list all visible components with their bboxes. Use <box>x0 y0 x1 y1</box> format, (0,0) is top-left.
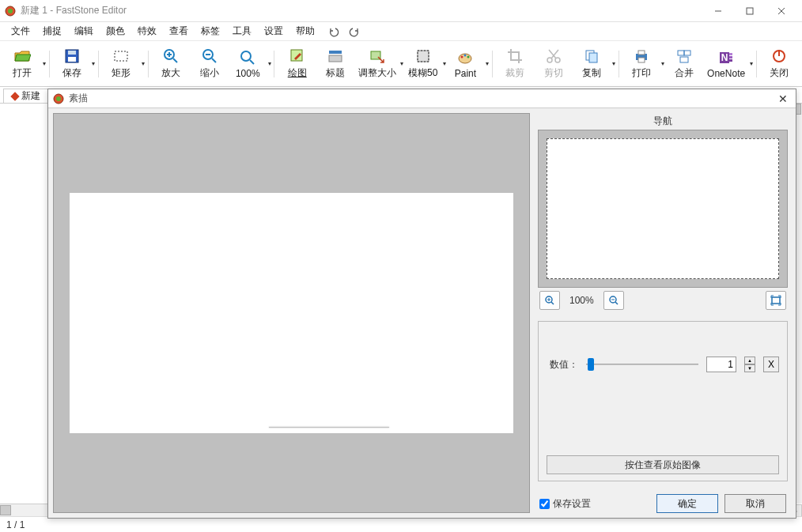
navigator-viewport[interactable] <box>547 138 779 279</box>
dialog-titlebar: 素描 ✕ <box>48 89 796 108</box>
toolbar-rect-select[interactable]: 矩形 <box>102 43 141 85</box>
nav-zoom-label: 100% <box>566 295 597 306</box>
svg-rect-43 <box>729 53 732 55</box>
toolbar-close[interactable]: 关闭 <box>760 43 799 85</box>
nav-zoom-in-button[interactable] <box>539 291 560 310</box>
toolbar-draw[interactable]: 绘图 <box>278 43 316 85</box>
menu-file[interactable]: 文件 <box>6 23 35 40</box>
window-minimize-button[interactable] <box>702 3 734 19</box>
sketch-dialog: 素描 ✕ 导航 100% <box>47 89 796 519</box>
cancel-button[interactable]: 取消 <box>724 494 786 513</box>
navigator-frame <box>538 130 788 288</box>
toolbar-resize[interactable]: 调整大小 <box>355 43 400 85</box>
preview-content <box>269 427 388 428</box>
page-indicator: 1 / 1 <box>6 519 25 530</box>
toolbar-zoom-out[interactable]: 缩小 <box>190 43 229 85</box>
document-tab-label: 新建 <box>21 89 40 103</box>
svg-rect-44 <box>729 56 732 58</box>
value-label: 数值： <box>547 358 578 372</box>
zoom-in-icon <box>162 47 180 65</box>
dialog-close-button[interactable]: ✕ <box>775 91 791 107</box>
svg-point-28 <box>467 55 470 58</box>
value-reset-button[interactable]: X <box>763 357 779 372</box>
menu-bar: 文件 捕捉 编辑 颜色 特效 查看 标签 工具 设置 帮助 <box>0 22 802 41</box>
toolbar-zoom-in[interactable]: 放大 <box>151 43 190 85</box>
save-settings-input[interactable] <box>539 499 550 509</box>
save-settings-checkbox[interactable]: 保存设置 <box>539 497 650 511</box>
resize-icon <box>369 47 386 65</box>
main-toolbar: 打开 ▾ 保存 ▾ 矩形 ▾ 放大 缩小 100% ▾ 绘图 标题 调整大小 ▾… <box>0 41 802 87</box>
toolbar-print[interactable]: 打印 <box>622 43 660 85</box>
svg-rect-21 <box>329 55 342 62</box>
save-settings-label: 保存设置 <box>553 497 591 511</box>
menu-color[interactable]: 颜色 <box>101 23 130 40</box>
menu-capture[interactable]: 捕捉 <box>38 23 66 40</box>
settings-group: 数值： ▲▼ X 按住查看原始图像 <box>538 321 788 481</box>
palette-icon <box>456 49 474 66</box>
svg-rect-8 <box>68 57 76 62</box>
preview-canvas[interactable] <box>70 193 513 433</box>
window-close-button[interactable] <box>766 3 797 19</box>
save-icon <box>63 47 81 65</box>
redo-icon[interactable] <box>348 25 361 38</box>
toolbar-zoom-100[interactable]: 100% <box>229 43 267 85</box>
hold-original-button[interactable]: 按住查看原始图像 <box>547 455 779 474</box>
window-title: 新建 1 - FastStone Editor <box>21 4 702 17</box>
toolbar-merge[interactable]: 合并 <box>664 43 703 85</box>
menu-edit[interactable]: 编辑 <box>70 23 98 40</box>
status-bar: 1 / 1 <box>0 516 802 532</box>
svg-rect-40 <box>680 57 688 62</box>
svg-line-55 <box>615 302 618 304</box>
toolbar-copy[interactable]: 复制 <box>573 43 611 85</box>
svg-rect-36 <box>638 51 645 55</box>
toolbar-save[interactable]: 保存 <box>52 43 91 85</box>
svg-line-15 <box>212 58 216 62</box>
nav-fit-button[interactable] <box>766 291 786 310</box>
toolbar-paint[interactable]: Paint <box>446 43 485 85</box>
menu-view[interactable]: 查看 <box>165 23 193 40</box>
value-input[interactable] <box>706 357 736 372</box>
toolbar-onenote[interactable]: N OneNote <box>703 43 749 85</box>
dialog-title: 素描 <box>69 92 88 105</box>
toolbar-crop[interactable]: 裁剪 <box>496 43 535 85</box>
window-maximize-button[interactable] <box>734 3 766 19</box>
window-titlebar: 新建 1 - FastStone Editor <box>0 0 802 22</box>
menu-tools[interactable]: 工具 <box>228 23 256 40</box>
svg-text:N: N <box>721 52 728 63</box>
ok-button[interactable]: 确定 <box>656 494 718 513</box>
svg-rect-38 <box>678 51 684 55</box>
printer-icon <box>633 47 650 65</box>
draw-icon <box>289 47 306 65</box>
app-icon <box>53 93 64 104</box>
menu-tags[interactable]: 标签 <box>196 23 225 40</box>
svg-rect-39 <box>684 51 690 55</box>
menu-help[interactable]: 帮助 <box>291 23 320 40</box>
svg-point-17 <box>241 51 251 61</box>
svg-point-49 <box>56 96 61 101</box>
title-icon <box>327 47 344 65</box>
zoom-100-icon <box>239 49 256 66</box>
svg-point-1 <box>8 9 13 13</box>
spinner-up[interactable]: ▲ <box>744 357 755 364</box>
document-tab[interactable]: 新建 <box>3 89 49 103</box>
nav-zoom-out-button[interactable] <box>603 291 624 310</box>
svg-rect-20 <box>329 51 342 54</box>
toolbar-cut[interactable]: 剪切 <box>534 43 573 85</box>
menu-settings[interactable]: 设置 <box>259 23 288 40</box>
svg-line-11 <box>173 58 177 62</box>
selection-icon <box>112 47 130 65</box>
spinner-down[interactable]: ▼ <box>744 364 755 372</box>
menu-effects[interactable]: 特效 <box>133 23 161 40</box>
toolbar-open[interactable]: 打开 <box>3 43 42 85</box>
crop-icon <box>506 47 524 65</box>
toolbar-title[interactable]: 标题 <box>316 43 355 85</box>
value-spinner[interactable]: ▲▼ <box>744 357 755 372</box>
slider-thumb[interactable] <box>588 358 594 371</box>
toolbar-blur[interactable]: 模糊50 <box>403 43 442 85</box>
value-slider[interactable] <box>586 357 698 372</box>
undo-icon[interactable] <box>327 25 340 38</box>
scrollbar-thumb[interactable] <box>0 505 11 515</box>
svg-point-27 <box>464 54 467 56</box>
power-icon <box>770 47 788 65</box>
svg-point-26 <box>461 55 463 58</box>
